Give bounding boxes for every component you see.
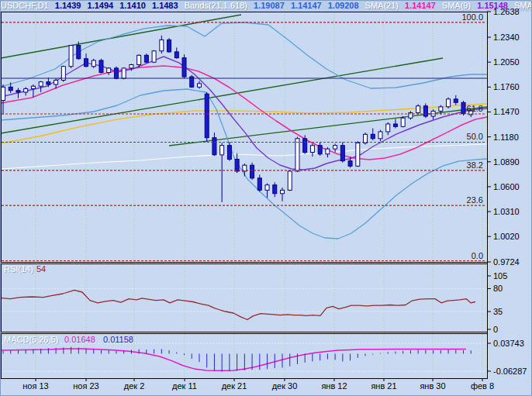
candle (454, 95, 458, 105)
bull-candle-body (24, 89, 28, 92)
date-label: фев 8 (471, 381, 494, 391)
overlay-lines-layer (1, 15, 487, 370)
candle (386, 122, 390, 136)
candle (2, 84, 5, 115)
price-tick-label: 1.0600 (493, 182, 520, 191)
rsi-tick-label: 0 (493, 325, 498, 334)
candle (318, 142, 322, 156)
bull-candle-body (326, 149, 330, 154)
bull-candle-body (130, 65, 133, 68)
candle (24, 87, 28, 95)
bear-candle-body (371, 134, 375, 139)
bear-candle-body (16, 91, 20, 92)
date-label: ноя 13 (22, 381, 48, 391)
candle (220, 143, 224, 201)
candle (409, 111, 413, 119)
bear-candle-body (348, 161, 352, 167)
candle (235, 153, 239, 173)
date-label: дек 30 (272, 381, 298, 391)
panel-borders (2, 12, 488, 379)
grid-layer (2, 12, 486, 377)
labels-layer: 100.061.850.038.223.60.0RSI(14) 54MACD(5… (4, 12, 483, 344)
candle (371, 129, 375, 141)
sma21-pink-line (1, 66, 487, 160)
candle (326, 147, 330, 157)
bull-candle-body (416, 106, 420, 113)
date-label: дек 2 (124, 381, 145, 391)
bear-candle-body (77, 46, 81, 59)
sma9-purple-line (1, 57, 487, 170)
price-tick-label: 1.0310 (493, 207, 520, 216)
candle (265, 183, 269, 198)
candle (378, 130, 382, 141)
bull-candle-body (220, 146, 224, 155)
candle (340, 142, 344, 163)
candle (99, 59, 103, 74)
main-chart-panel[interactable] (2, 12, 488, 263)
candle (447, 98, 451, 108)
rsi-tick-label: 80 (493, 284, 503, 293)
candle (197, 81, 201, 89)
fib-label: 38.2 (467, 160, 483, 170)
macd-tick-label: 0.03743 (493, 339, 524, 348)
chart-canvas[interactable]: 1.26381.23401.20501.17601.14701.11801.08… (1, 1, 532, 396)
rsi-panel[interactable] (2, 264, 488, 332)
date-label: дек 11 (172, 381, 197, 391)
fib-label: 50.0 (467, 132, 483, 141)
candle (31, 84, 35, 98)
rsi-tick-label: 105 (493, 271, 507, 281)
macd-signal-line (1, 349, 466, 370)
candle (85, 53, 88, 67)
date-label: ноя 23 (73, 381, 98, 391)
bull-candle-body (31, 86, 35, 88)
price-tick-label: 1.1470 (493, 107, 520, 116)
date-label: янв 12 (321, 381, 347, 391)
candle (190, 75, 194, 88)
bull-candle-body (92, 60, 95, 67)
bull-candle-body (356, 143, 360, 166)
candle (431, 109, 435, 119)
bull-candle-body (378, 132, 382, 139)
fib-label: 0.0 (472, 251, 483, 260)
fib-label: 100.0 (461, 12, 483, 22)
price-axis[interactable]: 1.26381.23401.20501.17601.14701.11801.08… (22, 7, 527, 391)
bull-candle-body (152, 51, 156, 62)
terminal-chart-window: USDCHF,D1 1.1439 1.1494 1.1410 1.1483 Ba… (0, 0, 532, 396)
candle (393, 119, 397, 128)
candle (182, 54, 186, 78)
bull-candle-body (2, 87, 5, 100)
bull-candle-body (364, 134, 368, 143)
candle (168, 38, 171, 53)
candle (160, 36, 164, 53)
rsi-panel-label: RSI(14) (4, 264, 33, 274)
bear-candle-body (174, 52, 178, 58)
macd-panel-label: MACD(5,26,5) (4, 335, 58, 344)
bull-candle-body (265, 185, 269, 191)
candle (333, 143, 337, 152)
bull-candle-body (386, 124, 390, 132)
price-tick-label: 1.2638 (493, 7, 520, 16)
bear-candle-body (144, 55, 148, 62)
bear-candle-body (182, 58, 186, 77)
bear-candle-body (454, 99, 458, 102)
bear-candle-body (227, 146, 231, 160)
rsi-tick-label: 35 (493, 307, 503, 316)
price-tick-label: 1.2340 (493, 33, 520, 42)
bull-candle-body (439, 107, 443, 112)
sma100-yellow-line (1, 104, 487, 143)
bear-candle-body (318, 146, 322, 154)
fibonacci-levels (1, 22, 487, 261)
candle (114, 67, 118, 80)
candle (144, 53, 148, 63)
candle (416, 104, 420, 114)
candle (356, 141, 360, 167)
bull-candle-body (333, 146, 337, 149)
candle (257, 174, 261, 191)
candle (364, 133, 368, 145)
bull-candle-body (122, 68, 126, 78)
candle (61, 66, 65, 82)
bull-candle-body (447, 99, 451, 107)
bear-candle-body (168, 40, 171, 52)
bull-candle-body (69, 46, 73, 67)
candle (212, 133, 216, 156)
